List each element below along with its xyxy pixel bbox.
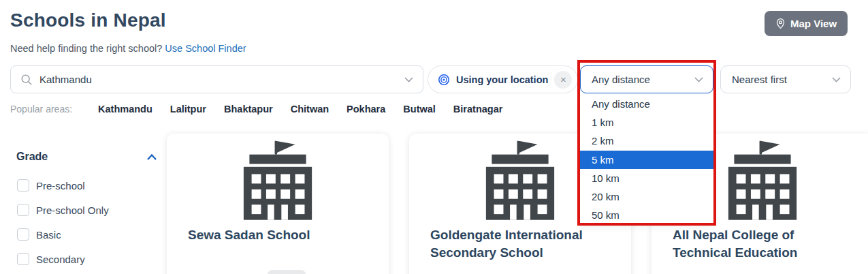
distance-option-any[interactable]: Any distance: [580, 95, 713, 113]
popular-areas-row: Popular areas: Kathmandu Lalitpur Bhakta…: [10, 104, 502, 115]
help-text-label: Need help finding the right school?: [10, 43, 165, 54]
area-link-pokhara[interactable]: Pokhara: [347, 104, 385, 115]
school-search-input[interactable]: Kathmandu: [10, 65, 423, 93]
chevron-down-icon: [832, 77, 841, 82]
school-building-icon: [234, 140, 321, 220]
chevron-down-icon[interactable]: [404, 77, 413, 82]
chevron-up-icon: [147, 154, 157, 160]
distance-option-5km-highlighted[interactable]: 5 km: [580, 151, 713, 169]
checkbox-label: Pre-school: [36, 180, 85, 192]
search-input-value: Kathmandu: [39, 74, 398, 85]
school-building-icon: [719, 140, 806, 220]
area-link-butwal[interactable]: Butwal: [403, 104, 436, 115]
distance-filter-select[interactable]: Any distance: [580, 65, 713, 93]
grade-option-pre-school-only[interactable]: Pre-school Only: [17, 204, 109, 216]
checkbox[interactable]: [17, 179, 29, 192]
school-name: Goldengate International Secondary Schoo…: [430, 226, 602, 262]
checkbox-label: Secondary: [36, 254, 85, 265]
grade-filter-title: Grade: [16, 151, 48, 163]
map-view-label: Map View: [790, 18, 837, 29]
checkbox[interactable]: [17, 228, 29, 241]
grade-filter-header[interactable]: Grade: [16, 151, 157, 163]
area-link-kathmandu[interactable]: Kathmandu: [98, 104, 152, 115]
map-pin-icon: [775, 18, 786, 29]
area-link-biratnagar[interactable]: Biratnagar: [453, 104, 503, 115]
using-location-chip[interactable]: Using your location ×: [428, 65, 578, 93]
checkbox-label: Basic: [36, 229, 61, 241]
area-link-chitwan[interactable]: Chitwan: [291, 104, 329, 115]
checkbox[interactable]: [17, 253, 29, 265]
chevron-down-icon: [694, 77, 703, 82]
grade-option-basic[interactable]: Basic: [17, 228, 61, 241]
distance-option-50km[interactable]: 50 km: [580, 206, 713, 224]
distance-option-2km[interactable]: 2 km: [580, 132, 713, 150]
page-title: Schools in Nepal: [10, 10, 166, 31]
location-target-icon: [438, 74, 450, 86]
school-name: Sewa Sadan School: [188, 226, 359, 244]
distance-option-1km[interactable]: 1 km: [580, 113, 713, 132]
card-detail-peek: [268, 270, 306, 274]
checkbox-label: Pre-school Only: [36, 204, 109, 216]
distance-options-dropdown: Any distance 1 km 2 km 5 km 10 km 20 km …: [580, 95, 713, 225]
distance-selected-value: Any distance: [592, 74, 650, 85]
schools-search-page: Schools in Nepal Need help finding the r…: [0, 0, 868, 274]
school-building-icon: [477, 140, 564, 220]
school-card-sewa-sadan[interactable]: Sewa Sadan School: [167, 134, 389, 274]
sort-selected-value: Nearest first: [732, 74, 787, 85]
checkbox[interactable]: [17, 204, 29, 216]
remove-location-button[interactable]: ×: [554, 71, 572, 89]
area-link-lalitpur[interactable]: Lalitpur: [170, 104, 206, 115]
help-text: Need help finding the right school? Use …: [10, 43, 246, 54]
using-location-label: Using your location: [456, 74, 548, 85]
school-finder-link[interactable]: Use School Finder: [165, 43, 246, 54]
map-view-button[interactable]: Map View: [765, 11, 848, 36]
distance-option-10km[interactable]: 10 km: [580, 169, 713, 187]
search-icon: [20, 74, 33, 86]
school-name: All Nepal College of Technical Education: [673, 226, 844, 262]
sort-order-select[interactable]: Nearest first: [720, 65, 851, 93]
grade-option-secondary[interactable]: Secondary: [17, 253, 85, 265]
close-icon: ×: [560, 74, 566, 85]
popular-areas-label: Popular areas:: [10, 104, 72, 115]
distance-option-20km[interactable]: 20 km: [580, 187, 713, 206]
grade-option-pre-school[interactable]: Pre-school: [17, 179, 85, 192]
area-link-bhaktapur[interactable]: Bhaktapur: [224, 104, 273, 115]
